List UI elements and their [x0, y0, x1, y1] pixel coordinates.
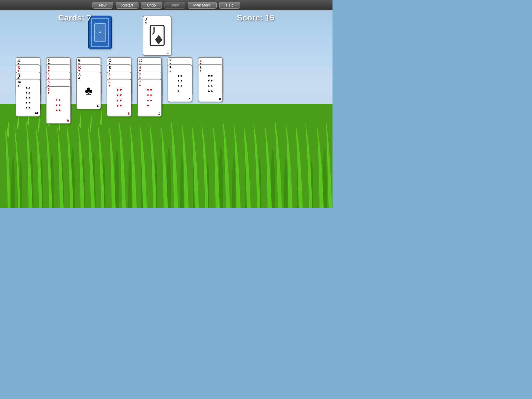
- new-button[interactable]: New: [92, 2, 113, 9]
- restart-button[interactable]: Restart: [116, 2, 138, 9]
- cards-count: Cards: 7: [58, 13, 91, 23]
- main-menu-button[interactable]: Main Menu: [188, 2, 217, 9]
- game-area: Cards: 7 Score: 15 ✦ J ♠ 🃋 J: [0, 10, 332, 208]
- undo-button[interactable]: Undo: [141, 2, 162, 9]
- score-count: Score: 15: [237, 13, 274, 23]
- help-button[interactable]: Help: [219, 2, 240, 9]
- toolbar: New Restart Undo Redo Main Menu Help: [0, 0, 332, 10]
- info-bar: Cards: 7 Score: 15: [0, 13, 332, 23]
- redo-button[interactable]: Redo: [164, 2, 185, 9]
